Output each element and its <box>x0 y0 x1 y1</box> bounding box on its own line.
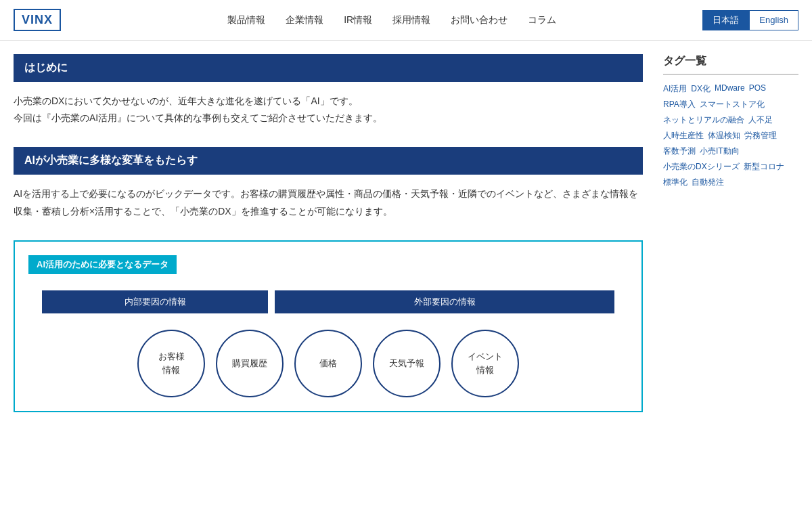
section2-heading: AIが小売業に多様な変革をもたらす <box>14 147 643 175</box>
diagram-title: AI活用のために必要となるデータ <box>28 255 177 274</box>
nav-column[interactable]: コラム <box>528 14 556 26</box>
circle-customer: お客様情報 <box>137 330 205 397</box>
header: VINX 製品情報 企業情報 IR情報 採用情報 お問い合わせ コラム 日本語 … <box>0 0 812 41</box>
tag-list: AI活用DX化MDwarePOSRPA導入スマートストア化ネットとリアルの融合人… <box>663 83 798 188</box>
section1-heading: はじめに <box>14 54 643 82</box>
tag-item[interactable]: 新型コロナ <box>744 161 784 173</box>
logo[interactable]: VINX <box>14 9 61 31</box>
diagram-circles: お客様情報 購買履歴 価格 天気予報 イベント情報 <box>28 330 628 397</box>
tag-item[interactable]: DX化 <box>691 83 710 95</box>
tag-item[interactable]: 人時生産性 <box>663 130 704 141</box>
lang-ja-button[interactable]: 日本語 <box>702 10 749 30</box>
tag-item[interactable]: POS <box>749 83 766 95</box>
nav-contact[interactable]: お問い合わせ <box>451 14 508 26</box>
circle-price: 価格 <box>294 330 362 397</box>
tag-item[interactable]: 標準化 <box>663 177 687 188</box>
category-external: 外部要因の情報 <box>275 290 614 313</box>
tag-item[interactable]: 自動発注 <box>692 177 724 188</box>
page-body: はじめに 小売業のDXにおいて欠かせないのが、近年大きな進化を遂げている「AI」… <box>0 41 812 439</box>
diagram-categories: 内部要因の情報 外部要因の情報 <box>28 290 628 313</box>
tag-item[interactable]: 客数予測 <box>663 146 696 157</box>
tag-item[interactable]: 労務管理 <box>744 130 777 141</box>
category-internal: 内部要因の情報 <box>42 290 268 313</box>
sidebar: タグ一覧 AI活用DX化MDwarePOSRPA導入スマートストア化ネットとリア… <box>663 54 798 412</box>
section1-text: 小売業のDXにおいて欠かせないのが、近年大きな進化を遂げている「AI」です。 今… <box>14 93 643 127</box>
tag-item[interactable]: ネットとリアルの融合 <box>663 114 744 126</box>
tag-item[interactable]: 人不足 <box>748 114 773 126</box>
tag-item[interactable]: スマートストア化 <box>700 99 765 110</box>
diagram-box: AI活用のために必要となるデータ 内部要因の情報 外部要因の情報 お客様情報 購… <box>14 240 643 412</box>
circle-purchase-history: 購買履歴 <box>216 330 284 397</box>
nav-recruit[interactable]: 採用情報 <box>392 14 430 26</box>
nav-products[interactable]: 製品情報 <box>227 14 265 26</box>
section2-body: AIを活用する上で必要になるのがビックデータです。お客様の購買履歴や属性・商品の… <box>14 185 643 219</box>
circle-event: イベント情報 <box>451 330 519 397</box>
lang-switcher: 日本語 English <box>702 10 798 30</box>
nav-company[interactable]: 企業情報 <box>286 14 323 26</box>
tag-item[interactable]: MDware <box>715 83 745 95</box>
lang-en-button[interactable]: English <box>749 10 798 30</box>
sidebar-title: タグ一覧 <box>663 54 798 75</box>
section1-text1: 小売業のDXにおいて欠かせないのが、近年大きな進化を遂げている「AI」です。 <box>14 93 643 110</box>
tag-item[interactable]: 体温検知 <box>708 130 740 141</box>
circle-weather: 天気予報 <box>373 330 441 397</box>
tag-item[interactable]: AI活用 <box>663 83 687 95</box>
tag-item[interactable]: RPA導入 <box>663 99 696 110</box>
main-nav: 製品情報 企業情報 IR情報 採用情報 お問い合わせ コラム <box>81 14 702 26</box>
main-content: はじめに 小売業のDXにおいて欠かせないのが、近年大きな進化を遂げている「AI」… <box>14 54 643 412</box>
nav-ir[interactable]: IR情報 <box>344 14 372 26</box>
tag-item[interactable]: 小売IT動向 <box>700 146 740 157</box>
tag-item[interactable]: 小売業のDXシリーズ <box>663 161 740 173</box>
section1-text2: 今回は『小売業のAI活用』について具体的な事例も交えてご紹介させていただきます。 <box>14 110 643 127</box>
